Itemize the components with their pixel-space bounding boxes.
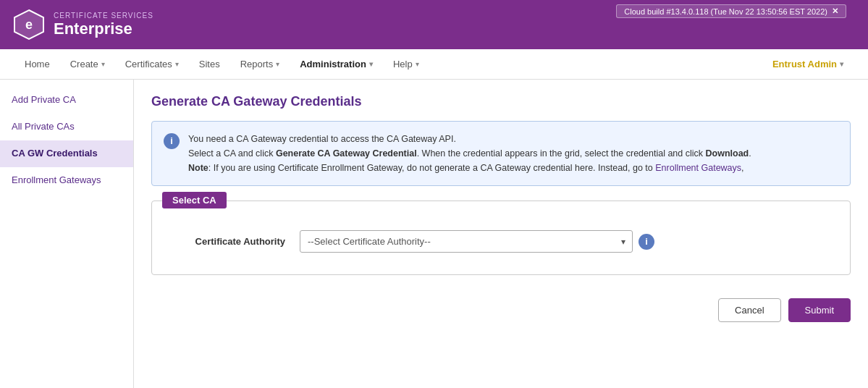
service-title: CERTIFICATE SERVICES Enterprise	[54, 12, 153, 38]
sidebar-item-enrollment-gateways[interactable]: Enrollment Gateways	[0, 167, 133, 194]
ca-info-button[interactable]: i	[639, 234, 654, 250]
nav-label-sites: Sites	[199, 59, 220, 69]
enrollment-gateways-link[interactable]: Enrollment Gateways	[655, 163, 741, 173]
cancel-button[interactable]: Cancel	[718, 298, 780, 322]
nav-item-create[interactable]: Create ▾	[60, 51, 115, 77]
submit-button[interactable]: Submit	[788, 298, 851, 322]
download-bold: Download	[706, 148, 749, 159]
nav-item-home[interactable]: Home	[14, 51, 60, 77]
chevron-down-icon: ▾	[416, 60, 419, 68]
generate-credential-bold: Generate CA Gateway Credential	[276, 148, 417, 159]
cloud-build-badge: Cloud build #13.4.0.118 (Tue Nov 22 13:5…	[616, 4, 846, 18]
sidebar-item-add-private-ca[interactable]: Add Private CA	[0, 87, 133, 114]
service-subtitle: CERTIFICATE SERVICES	[54, 12, 153, 20]
logo-area: e CERTIFICATE SERVICES Enterprise	[12, 7, 153, 42]
nav-label-create: Create	[70, 59, 98, 69]
select-wrapper: --Select Certificate Authority-- ▾	[300, 230, 633, 253]
certificate-authority-label: Certificate Authority	[169, 236, 285, 247]
chevron-down-icon: ▾	[840, 60, 843, 68]
chevron-down-icon: ▾	[276, 60, 279, 68]
nav-label-reports: Reports	[240, 59, 274, 69]
entrust-logo-icon: e	[12, 7, 46, 42]
nav-label-entrust-admin: Entrust Admin	[772, 59, 837, 69]
certificate-authority-row: Certificate Authority --Select Certifica…	[169, 230, 833, 253]
select-ca-section: Select CA Certificate Authority --Select…	[151, 201, 851, 275]
sidebar: Add Private CA All Private CAs CA GW Cre…	[0, 80, 134, 388]
certificate-authority-dropdown[interactable]: --Select Certificate Authority--	[300, 230, 633, 253]
info-text: You need a CA Gateway credential to acce…	[188, 132, 751, 175]
sidebar-item-ca-gw-credentials[interactable]: CA GW Credentials	[0, 140, 133, 167]
close-icon[interactable]: ✕	[832, 7, 838, 16]
nav-item-reports[interactable]: Reports ▾	[230, 51, 290, 77]
sidebar-label-ca-gw-credentials: CA GW Credentials	[12, 148, 98, 159]
sidebar-item-all-private-cas[interactable]: All Private CAs	[0, 114, 133, 140]
info-line2: Select a CA and click Generate CA Gatewa…	[188, 146, 751, 161]
sidebar-label-all-private-cas: All Private CAs	[12, 121, 75, 132]
nav-label-certificates: Certificates	[125, 59, 172, 69]
page-layout: Add Private CA All Private CAs CA GW Cre…	[0, 80, 868, 388]
cloud-build-text: Cloud build #13.4.0.118 (Tue Nov 22 13:5…	[624, 7, 827, 16]
sidebar-label-add-private-ca: Add Private CA	[12, 94, 76, 105]
nav-label-administration: Administration	[300, 59, 366, 69]
nav-bar: Home Create ▾ Certificates ▾ Sites Repor…	[0, 49, 868, 80]
action-bar: Cancel Submit	[151, 292, 851, 322]
info-icon: i	[164, 133, 180, 149]
nav-item-certificates[interactable]: Certificates ▾	[115, 51, 189, 77]
info-box: i You need a CA Gateway credential to ac…	[151, 121, 851, 186]
form-control-wrapper: --Select Certificate Authority-- ▾ i	[300, 230, 833, 253]
info-line1: You need a CA Gateway credential to acce…	[188, 132, 751, 146]
sidebar-label-enrollment-gateways: Enrollment Gateways	[12, 174, 101, 185]
info-note: Note: If you are using Certificate Enrol…	[188, 161, 751, 175]
chevron-down-icon: ▾	[101, 60, 105, 68]
select-ca-legend: Select CA	[162, 192, 227, 208]
nav-item-sites[interactable]: Sites	[189, 51, 230, 77]
page-title: Generate CA Gateway Credentials	[151, 94, 851, 109]
service-name: Enterprise	[54, 20, 153, 38]
nav-item-entrust-admin[interactable]: Entrust Admin ▾	[762, 51, 854, 77]
chevron-down-icon: ▾	[175, 60, 179, 68]
svg-text:e: e	[25, 17, 33, 32]
nav-item-administration[interactable]: Administration ▾	[290, 51, 383, 77]
top-header: e CERTIFICATE SERVICES Enterprise Cloud …	[0, 0, 868, 49]
nav-item-help[interactable]: Help ▾	[383, 51, 429, 77]
chevron-down-icon: ▾	[369, 60, 373, 68]
main-content: Generate CA Gateway Credentials i You ne…	[134, 80, 868, 388]
nav-label-help: Help	[393, 59, 413, 69]
nav-label-home: Home	[25, 59, 50, 69]
